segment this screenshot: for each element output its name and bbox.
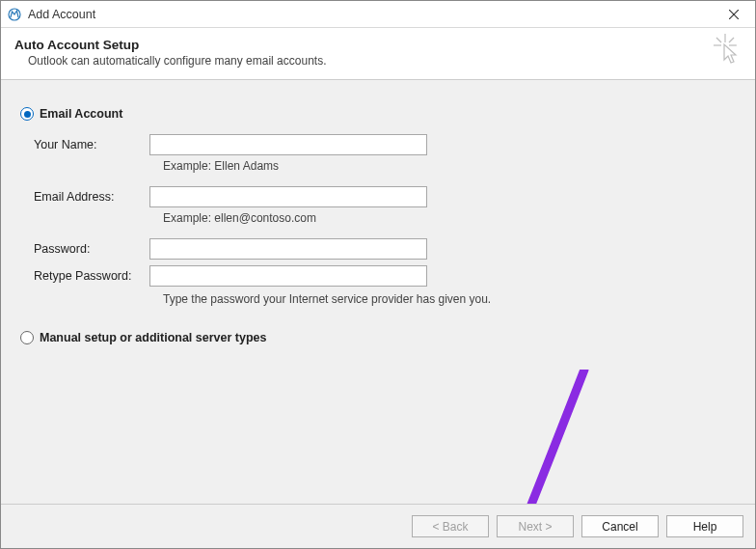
input-your-name[interactable] [149, 134, 427, 155]
input-password[interactable] [149, 238, 427, 260]
row-your-name: Your Name: [34, 134, 736, 155]
hint-email: Example: ellen@contoso.com [163, 211, 736, 225]
row-retype-password: Retype Password: [34, 265, 736, 287]
radio-email-account-label: Email Account [40, 107, 122, 121]
wizard-header: Auto Account Setup Outlook can automatic… [1, 28, 755, 80]
email-account-fields: Your Name: Example: Ellen Adams Email Ad… [34, 134, 736, 306]
window-title: Add Account [28, 8, 713, 21]
input-email[interactable] [149, 186, 427, 207]
option-manual-setup[interactable]: Manual setup or additional server types [20, 331, 736, 344]
wizard-footer: < Back Next > Cancel Help [1, 504, 755, 548]
svg-line-6 [716, 38, 721, 42]
svg-line-7 [729, 38, 734, 42]
row-password: Password: [34, 238, 736, 260]
app-icon [7, 7, 22, 22]
cancel-button[interactable]: Cancel [581, 515, 659, 537]
help-button[interactable]: Help [666, 515, 743, 537]
next-button[interactable]: Next > [497, 515, 574, 537]
label-password: Password: [34, 242, 149, 256]
radio-checked-icon [24, 111, 31, 118]
close-icon [729, 10, 739, 19]
add-account-dialog: Add Account Auto Account Setup Outlook c… [0, 0, 756, 549]
annotation-arrow-icon [493, 370, 608, 504]
hint-your-name: Example: Ellen Adams [163, 159, 736, 173]
back-button[interactable]: < Back [412, 515, 489, 537]
label-retype-password: Retype Password: [34, 269, 149, 283]
label-your-name: Your Name: [34, 138, 149, 151]
titlebar: Add Account [1, 1, 755, 28]
row-email: Email Address: [34, 186, 736, 207]
header-subtext: Outlook can automatically configure many… [28, 54, 742, 68]
click-cursor-icon [711, 34, 740, 69]
close-button[interactable] [713, 1, 755, 28]
header-heading: Auto Account Setup [14, 38, 742, 52]
radio-manual-setup[interactable] [20, 331, 34, 344]
radio-email-account[interactable] [20, 107, 34, 121]
hint-password: Type the password your Internet service … [163, 292, 736, 306]
label-email: Email Address: [34, 190, 149, 204]
input-retype-password[interactable] [149, 265, 427, 287]
option-email-account[interactable]: Email Account [20, 107, 736, 121]
wizard-body: Email Account Your Name: Example: Ellen … [1, 80, 755, 504]
radio-manual-setup-label: Manual setup or additional server types [40, 331, 266, 344]
